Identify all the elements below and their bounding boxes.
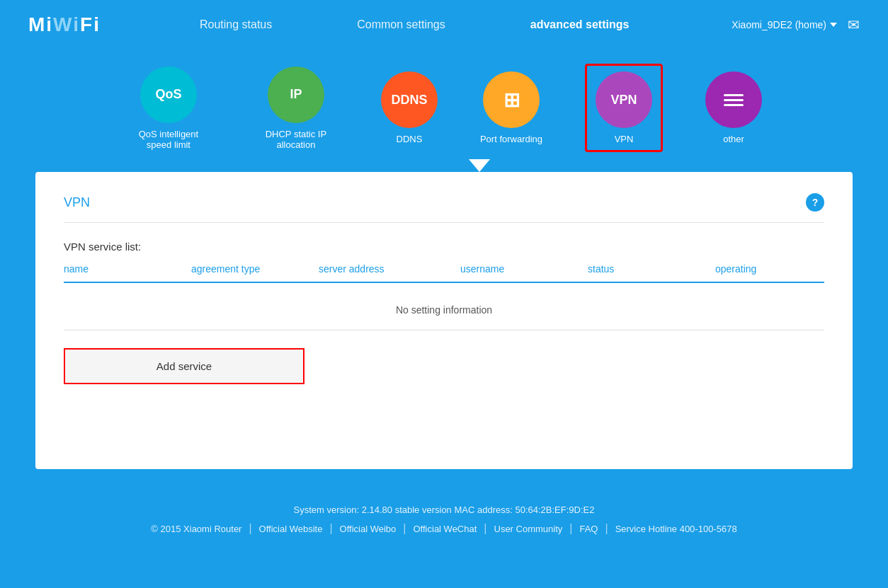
- header-right: Xiaomi_9DE2 (home) ✉: [732, 16, 860, 33]
- footer-sep-1: |: [249, 522, 251, 535]
- col-server: server address: [319, 263, 460, 275]
- empty-message: No setting information: [396, 304, 492, 316]
- footer-official-website[interactable]: Official Website: [259, 524, 323, 534]
- footer-sep-5: |: [569, 522, 572, 535]
- ddns-label: DDNS: [391, 93, 427, 108]
- nav-routing-status[interactable]: Routing status: [157, 18, 314, 31]
- footer-links: © 2015 Xiaomi Router | Official Website …: [0, 522, 888, 535]
- icon-port[interactable]: ⊞ Port forwarding: [480, 71, 542, 144]
- panel-header: VPN ?: [64, 193, 824, 223]
- other-circle: [705, 71, 762, 128]
- icon-ip[interactable]: IP DHCP static IP allocation: [254, 67, 338, 150]
- vpn-text: VPN: [615, 134, 634, 144]
- logo: MiWiFi: [28, 13, 101, 36]
- footer-sep-2: |: [329, 522, 332, 535]
- table-header: name agreement type server address usern…: [64, 263, 824, 283]
- ddns-circle: DDNS: [381, 71, 438, 128]
- router-name-label: Xiaomi_9DE2 (home): [732, 19, 826, 30]
- footer-faq[interactable]: FAQ: [579, 524, 598, 534]
- col-operating: operating: [715, 263, 824, 275]
- hamburger-icon: [724, 94, 744, 106]
- col-agreement: agreement type: [191, 263, 319, 275]
- nav-advanced-settings[interactable]: advanced settings: [488, 18, 672, 31]
- vpn-label: VPN: [611, 93, 637, 108]
- icon-ddns[interactable]: DDNS DDNS: [381, 71, 438, 144]
- chevron-down-icon: [830, 23, 837, 27]
- arrow-indicator: [35, 159, 888, 172]
- icon-other[interactable]: other: [705, 71, 762, 144]
- col-status: status: [588, 263, 715, 275]
- icon-vpn[interactable]: VPN VPN: [585, 64, 663, 152]
- col-name: name: [64, 263, 191, 275]
- footer-sep-4: |: [484, 522, 486, 535]
- qos-circle: QoS: [140, 67, 197, 123]
- system-info: System version: 2.14.80 stable version M…: [0, 505, 888, 515]
- icon-qos[interactable]: QoS QoS intelligent speed limit: [126, 67, 211, 150]
- qos-text: QoS intelligent speed limit: [126, 129, 211, 150]
- footer: System version: 2.14.80 stable version M…: [0, 490, 888, 542]
- footer-official-wechat[interactable]: Official WeChat: [414, 524, 477, 534]
- table-body: No setting information: [64, 290, 824, 330]
- help-icon[interactable]: ?: [806, 193, 824, 212]
- footer-sep-6: |: [605, 522, 608, 535]
- router-name[interactable]: Xiaomi_9DE2 (home): [732, 19, 837, 30]
- ip-label: IP: [290, 87, 302, 102]
- ip-circle: IP: [268, 67, 324, 123]
- header: MiWiFi Routing status Common settings ad…: [0, 0, 888, 50]
- other-text: other: [723, 134, 744, 144]
- port-circle: ⊞: [483, 71, 540, 128]
- nav: Routing status Common settings advanced …: [157, 18, 732, 31]
- col-username: username: [460, 263, 588, 275]
- vpn-circle: VPN: [596, 71, 652, 128]
- ddns-text: DDNS: [397, 134, 423, 144]
- port-forwarding-icon: ⊞: [503, 88, 520, 112]
- nav-common-settings[interactable]: Common settings: [314, 18, 488, 31]
- mail-icon[interactable]: ✉: [848, 16, 860, 33]
- footer-hotline[interactable]: Service Hotline 400-100-5678: [615, 524, 737, 534]
- main-panel: VPN ? VPN service list: name agreement t…: [35, 172, 853, 469]
- footer-user-community[interactable]: User Community: [494, 524, 563, 534]
- service-list-label: VPN service list:: [64, 241, 824, 253]
- panel-title: VPN: [64, 195, 90, 210]
- port-text: Port forwarding: [480, 134, 542, 144]
- ip-text: DHCP static IP allocation: [254, 129, 338, 150]
- qos-label: QoS: [155, 87, 181, 102]
- footer-copyright: © 2015 Xiaomi Router: [151, 524, 241, 534]
- icon-bar: QoS QoS intelligent speed limit IP DHCP …: [0, 50, 888, 159]
- footer-sep-3: |: [403, 522, 406, 535]
- footer-official-weibo[interactable]: Official Weibo: [340, 524, 397, 534]
- add-service-button[interactable]: Add service: [64, 348, 304, 384]
